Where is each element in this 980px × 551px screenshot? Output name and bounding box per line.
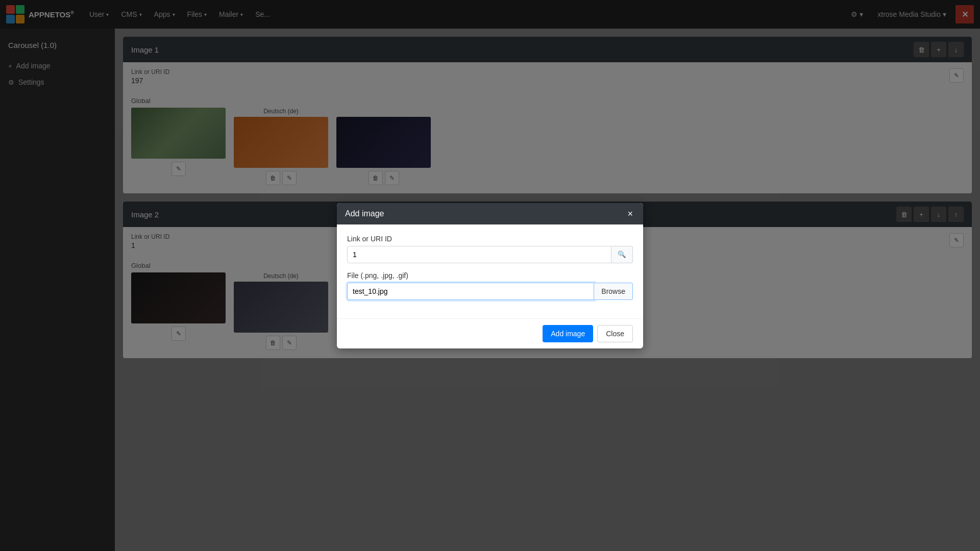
- close-modal-button[interactable]: Close: [597, 325, 633, 342]
- link-input[interactable]: [347, 246, 611, 263]
- link-form-group: Link or URI ID 🔍: [347, 235, 633, 263]
- search-icon: 🔍: [618, 251, 626, 258]
- file-field-label: File (.png, .jpg, .gif): [347, 271, 633, 280]
- modal-footer: Add image Close: [337, 318, 643, 348]
- modal-overlay: Add image × Link or URI ID 🔍 File (.png,…: [0, 0, 980, 551]
- link-search-button[interactable]: 🔍: [611, 246, 633, 263]
- modal-header: Add image ×: [337, 203, 643, 224]
- link-input-group: 🔍: [347, 246, 633, 263]
- browse-button[interactable]: Browse: [594, 283, 633, 300]
- modal-close-x-button[interactable]: ×: [625, 209, 635, 218]
- file-input-group: Browse: [347, 283, 633, 300]
- link-field-label: Link or URI ID: [347, 235, 633, 243]
- modal-body: Link or URI ID 🔍 File (.png, .jpg, .gif)…: [337, 224, 643, 318]
- add-image-modal: Add image × Link or URI ID 🔍 File (.png,…: [337, 203, 643, 348]
- modal-title: Add image: [345, 209, 384, 218]
- file-form-group: File (.png, .jpg, .gif) Browse: [347, 271, 633, 300]
- file-input[interactable]: [347, 283, 594, 300]
- add-image-button[interactable]: Add image: [543, 325, 593, 342]
